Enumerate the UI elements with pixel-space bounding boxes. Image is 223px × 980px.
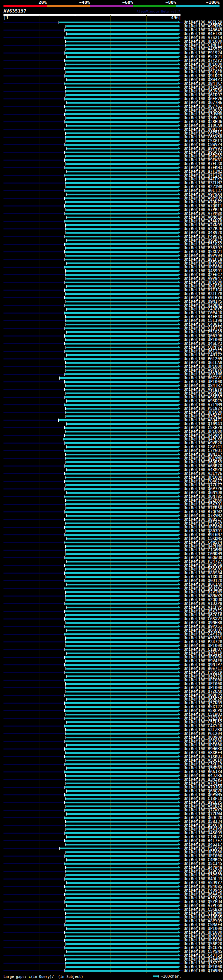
alignment-bar bbox=[64, 886, 178, 888]
alignment-start-tick bbox=[64, 954, 64, 957]
alignment-bar bbox=[66, 515, 178, 517]
alignment-start-tick bbox=[66, 789, 67, 792]
alignment-start-tick bbox=[64, 946, 65, 950]
alignment-start-tick bbox=[64, 357, 64, 361]
alignment-arrow-icon bbox=[178, 920, 180, 922]
alignment-start-tick bbox=[65, 315, 66, 318]
alignment-start-tick bbox=[64, 151, 65, 154]
alignment-start-tick bbox=[65, 962, 66, 965]
alignment-start-tick bbox=[64, 724, 64, 728]
alignment-bar bbox=[66, 216, 178, 218]
alignment-bar bbox=[65, 970, 178, 972]
alignment-arrow-icon bbox=[178, 648, 180, 651]
alignment-bar bbox=[65, 458, 178, 459]
alignment-bar bbox=[66, 775, 178, 776]
alignment-start-tick bbox=[64, 854, 65, 858]
alignment-start-tick bbox=[65, 365, 66, 368]
alignment-arrow-icon bbox=[178, 503, 180, 506]
alignment-bar bbox=[64, 297, 178, 299]
alignment-arrow-icon bbox=[178, 40, 180, 43]
alignment-start-tick bbox=[65, 269, 66, 272]
alignment-arrow-icon bbox=[178, 763, 180, 765]
alignment-arrow-icon bbox=[178, 610, 180, 612]
alignment-start-tick bbox=[66, 139, 66, 143]
alignment-start-tick bbox=[65, 338, 66, 341]
footer-legend: Large gaps: ▲(in Query)/— (in Subject) bbox=[3, 974, 83, 979]
alignment-start-tick bbox=[65, 411, 66, 414]
alignment-bar bbox=[64, 243, 178, 245]
alignment-arrow-icon bbox=[178, 744, 180, 746]
alignment-arrow-icon bbox=[178, 740, 180, 743]
alignment-arrow-icon bbox=[178, 808, 180, 811]
alignment-bar bbox=[66, 905, 178, 907]
alignment-start-tick bbox=[64, 197, 65, 200]
alignment-arrow-icon bbox=[178, 36, 180, 39]
alignment-start-tick bbox=[64, 908, 64, 911]
alignment-bar bbox=[65, 110, 178, 111]
alignment-start-tick bbox=[66, 308, 67, 311]
alignment-bar bbox=[66, 369, 178, 371]
alignment-bar bbox=[64, 480, 178, 482]
alignment-arrow-icon bbox=[178, 721, 180, 724]
alignment-bar bbox=[66, 461, 178, 463]
alignment-arrow-icon bbox=[178, 94, 180, 96]
alignment-bar bbox=[66, 79, 178, 81]
alignment-bar bbox=[66, 423, 178, 425]
alignment-bar bbox=[65, 924, 178, 926]
alignment-arrow-icon bbox=[178, 602, 180, 605]
alignment-start-tick bbox=[66, 193, 67, 196]
alignment-bar bbox=[65, 274, 178, 276]
alignment-start-tick bbox=[66, 813, 67, 816]
alignment-bar bbox=[66, 783, 178, 784]
identity-scale-label: ~40% bbox=[59, 0, 90, 5]
alignment-arrow-icon bbox=[178, 851, 180, 853]
alignment-bar bbox=[64, 37, 178, 38]
alignment-arrow-icon bbox=[178, 59, 180, 62]
alignment-bar bbox=[66, 676, 178, 677]
alignment-start-tick bbox=[65, 820, 66, 823]
alignment-arrow-icon bbox=[178, 767, 180, 769]
alignment-arrow-icon bbox=[178, 499, 180, 502]
alignment-arrow-icon bbox=[178, 694, 180, 697]
alignment-arrow-icon bbox=[178, 633, 180, 635]
alignment-arrow-icon bbox=[178, 457, 180, 460]
alignment-bar bbox=[66, 25, 178, 27]
alignment-start-tick bbox=[64, 694, 65, 697]
alignment-start-tick bbox=[65, 361, 66, 364]
alignment-bar bbox=[65, 412, 178, 414]
alignment-arrow-icon bbox=[178, 966, 180, 968]
alignment-bar bbox=[65, 282, 178, 283]
alignment-bar bbox=[65, 844, 178, 845]
alignment-bar bbox=[65, 477, 178, 478]
alignment-start-tick bbox=[64, 449, 64, 452]
alignment-arrow-icon bbox=[178, 625, 180, 628]
alignment-bar bbox=[65, 339, 178, 341]
alignment-start-tick bbox=[64, 296, 65, 299]
alignment-start-tick bbox=[66, 116, 66, 119]
alignment-start-tick bbox=[65, 407, 66, 410]
alignment-start-tick bbox=[64, 465, 65, 468]
alignment-bar bbox=[64, 289, 178, 291]
alignment-start-tick bbox=[64, 740, 65, 743]
alignment-arrow-icon bbox=[178, 304, 180, 307]
alignment-start-tick bbox=[66, 560, 67, 563]
alignment-arrow-icon bbox=[178, 881, 180, 884]
alignment-bar bbox=[64, 587, 178, 589]
alignment-arrow-icon bbox=[178, 97, 180, 100]
alignment-bar bbox=[64, 67, 178, 69]
alignment-arrow-icon bbox=[178, 281, 180, 284]
alignment-bar bbox=[64, 932, 178, 934]
alignment-start-tick bbox=[66, 262, 67, 265]
alignment-bar bbox=[65, 136, 178, 138]
alignment-bar bbox=[66, 576, 178, 578]
alignment-arrow-icon bbox=[178, 510, 180, 513]
alignment-start-tick bbox=[64, 434, 65, 437]
alignment-bar bbox=[66, 652, 178, 654]
alignment-arrow-icon bbox=[178, 889, 180, 892]
alignment-bar bbox=[66, 744, 178, 746]
alignment-arrow-icon bbox=[178, 484, 180, 486]
alignment-arrow-icon bbox=[178, 839, 180, 842]
alignment-start-tick bbox=[66, 736, 66, 739]
alignment-start-tick bbox=[66, 828, 66, 831]
alignment-arrow-icon bbox=[178, 465, 180, 467]
